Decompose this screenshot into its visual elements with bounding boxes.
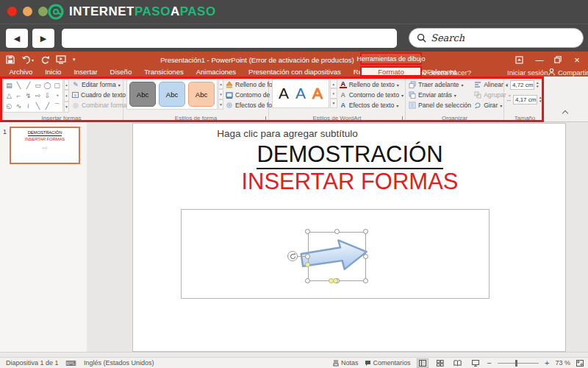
wordart-preset-orange-outline[interactable]: A bbox=[312, 85, 323, 102]
notes-button[interactable]: Notas bbox=[333, 359, 359, 367]
shape-height-input[interactable]: 4,72 cm bbox=[510, 80, 534, 90]
selection-handle[interactable] bbox=[305, 278, 310, 283]
share-button[interactable]: Compartir bbox=[548, 68, 588, 77]
shape-oval-icon[interactable]: ◯ bbox=[43, 80, 52, 91]
relleno-de-texto-button[interactable]: A Relleno de texto▾ bbox=[340, 79, 404, 90]
zoom-slider[interactable] bbox=[498, 363, 539, 364]
shape-triangle-icon[interactable]: △ bbox=[4, 91, 14, 101]
selection-handle[interactable] bbox=[334, 229, 340, 234]
contorno-de-texto-button[interactable]: A Contorno de texto▾ bbox=[340, 90, 404, 100]
tab-diseno[interactable]: Diseño bbox=[104, 68, 138, 77]
sign-in-button[interactable]: Iniciar sesión bbox=[507, 68, 548, 77]
style-more-icon[interactable]: ▼ bbox=[218, 99, 223, 110]
enviar-atras-button[interactable]: Enviar atrás▾ bbox=[409, 90, 471, 100]
slide-thumbnail[interactable]: DEMOSTRACIÓN INSERTAR FORMAS ⇨ bbox=[10, 127, 80, 164]
tab-presentacion-con-diapositivas[interactable]: Presentación con diapositivas bbox=[243, 68, 348, 77]
shape-style-preset-orange[interactable]: Abc bbox=[188, 82, 215, 107]
shape-rectangle-icon[interactable]: ▭ bbox=[33, 80, 43, 91]
tab-inicio[interactable]: Inicio bbox=[39, 68, 68, 77]
wordart-preset-blue[interactable]: A bbox=[295, 85, 306, 102]
zoom-in-icon[interactable]: + bbox=[545, 358, 549, 367]
forward-button[interactable]: ▶ bbox=[32, 29, 54, 48]
subtitle-placeholder-text[interactable]: Haga clic para agregar subtítulo bbox=[133, 128, 442, 139]
adjust-handle[interactable] bbox=[333, 278, 338, 283]
slide-canvas[interactable]: DEMOSTRACIÓN INSERTAR FORMAS Haga clic p… bbox=[132, 123, 566, 352]
shape-style-preset-gray[interactable]: Abc bbox=[129, 82, 156, 107]
language-indicator[interactable]: Inglés (Estados Unidos) bbox=[84, 359, 154, 367]
shape-arrow-right-icon[interactable]: ⇨ bbox=[33, 91, 43, 101]
back-button[interactable]: ◀ bbox=[6, 29, 28, 48]
fit-slide-to-window-icon[interactable] bbox=[576, 360, 584, 367]
gallery-more-icon[interactable]: ▼ bbox=[64, 102, 69, 113]
tab-archivo[interactable]: Archivo bbox=[3, 68, 39, 77]
customize-qat-icon[interactable]: ▾ bbox=[73, 57, 76, 63]
undo-button[interactable]: ▾ bbox=[21, 56, 34, 64]
wordart-scroll-down-icon[interactable]: ▾ bbox=[330, 88, 337, 98]
width-stepper[interactable]: ▲▼ bbox=[539, 96, 542, 103]
ribbon-display-options-icon[interactable] bbox=[512, 52, 526, 68]
shape-line3-icon[interactable]: ╲ bbox=[33, 101, 43, 111]
shape-width-input[interactable]: 4,17 cm bbox=[513, 95, 537, 105]
zoom-slider-thumb[interactable] bbox=[515, 360, 517, 367]
tab-animaciones[interactable]: Animaciones bbox=[190, 68, 242, 77]
selection-handle[interactable] bbox=[305, 229, 310, 234]
gallery-scroll-down-icon[interactable]: ▾ bbox=[64, 90, 69, 101]
shape-line-icon[interactable]: ╲ bbox=[14, 80, 24, 91]
undo-dropdown-caret[interactable]: ▾ bbox=[32, 57, 34, 63]
shape-arrow-down-icon[interactable]: ⇩ bbox=[43, 91, 52, 101]
restore-icon[interactable] bbox=[551, 52, 565, 68]
wordart-preset-black[interactable]: A bbox=[279, 85, 289, 102]
shape-scribble-icon[interactable]: ≀ bbox=[24, 101, 33, 111]
shape-arc2-icon[interactable]: ⌒ bbox=[52, 101, 62, 111]
style-scroll-down-icon[interactable]: ▾ bbox=[218, 89, 223, 99]
address-bar[interactable] bbox=[62, 29, 397, 48]
shape-partial-circle-icon[interactable]: ◔ bbox=[52, 91, 62, 101]
shape-arc-icon[interactable]: ◵ bbox=[4, 101, 14, 111]
search-box[interactable]: Search bbox=[409, 28, 584, 48]
keyboard-language-icon[interactable]: ⌨ bbox=[66, 359, 76, 367]
traer-adelante-button[interactable]: Traer adelante▾ bbox=[409, 79, 471, 90]
slide-sorter-view-button[interactable] bbox=[434, 358, 446, 368]
selection-handle[interactable] bbox=[363, 229, 368, 234]
dialog-launcher-icon[interactable] bbox=[262, 116, 266, 121]
slide-title-line1[interactable]: DEMOSTRACIÓN bbox=[133, 141, 567, 168]
zoom-level[interactable]: 73 % bbox=[555, 359, 570, 367]
shape-zigzag-icon[interactable]: ↯ bbox=[24, 91, 33, 101]
dialog-launcher-icon[interactable] bbox=[398, 116, 403, 121]
shape-line2-icon[interactable]: ╱ bbox=[24, 80, 33, 91]
adjust-handle[interactable] bbox=[305, 262, 310, 267]
slideshow-view-button[interactable] bbox=[470, 358, 481, 368]
shape-style-preset-blue[interactable]: Abc bbox=[159, 82, 185, 107]
save-icon[interactable] bbox=[6, 55, 15, 64]
comments-button[interactable]: Comentarios bbox=[365, 359, 411, 367]
panel-de-seleccion-button[interactable]: Panel de selección bbox=[409, 100, 471, 110]
shape-curve-icon[interactable]: ∿ bbox=[14, 101, 24, 111]
minimize-icon[interactable]: — bbox=[532, 52, 547, 68]
style-scroll-up-icon[interactable]: ▴ bbox=[218, 79, 223, 89]
slide-title-line2[interactable]: INSERTAR FORMAS bbox=[133, 169, 567, 195]
shape-elbow-icon[interactable]: ⌐ bbox=[14, 91, 24, 101]
rotation-handle[interactable] bbox=[287, 251, 298, 261]
close-traffic-light[interactable] bbox=[7, 7, 17, 16]
tab-formato-active[interactable]: Formato bbox=[360, 66, 422, 77]
tab-insertar[interactable]: Insertar bbox=[68, 68, 104, 77]
selection-handle[interactable] bbox=[363, 254, 368, 259]
start-slideshow-icon[interactable] bbox=[56, 55, 66, 64]
gallery-scroll-up-icon[interactable]: ▴ bbox=[64, 79, 69, 90]
tab-transiciones[interactable]: Transiciones bbox=[138, 68, 190, 77]
height-stepper[interactable]: ▲▼ bbox=[536, 81, 539, 88]
selection-handle[interactable] bbox=[363, 278, 368, 283]
dialog-launcher-icon[interactable] bbox=[539, 116, 543, 121]
shape-rounded-rect-icon[interactable]: ▢ bbox=[52, 80, 62, 91]
efectos-de-texto-button[interactable]: A Efectos de texto▾ bbox=[340, 100, 404, 110]
minimize-traffic-light[interactable] bbox=[23, 7, 32, 16]
wordart-scroll-up-icon[interactable]: ▴ bbox=[330, 79, 337, 88]
shape-recent-icon[interactable]: ▤ bbox=[4, 80, 14, 91]
selection-handle[interactable] bbox=[305, 254, 310, 259]
reading-view-button[interactable] bbox=[452, 358, 464, 368]
shape-line4-icon[interactable]: ╱ bbox=[43, 101, 52, 111]
close-icon[interactable]: × bbox=[570, 52, 584, 68]
redo-icon[interactable] bbox=[40, 55, 49, 64]
normal-view-button[interactable] bbox=[417, 358, 429, 368]
wordart-more-icon[interactable]: ▼ bbox=[330, 99, 337, 108]
